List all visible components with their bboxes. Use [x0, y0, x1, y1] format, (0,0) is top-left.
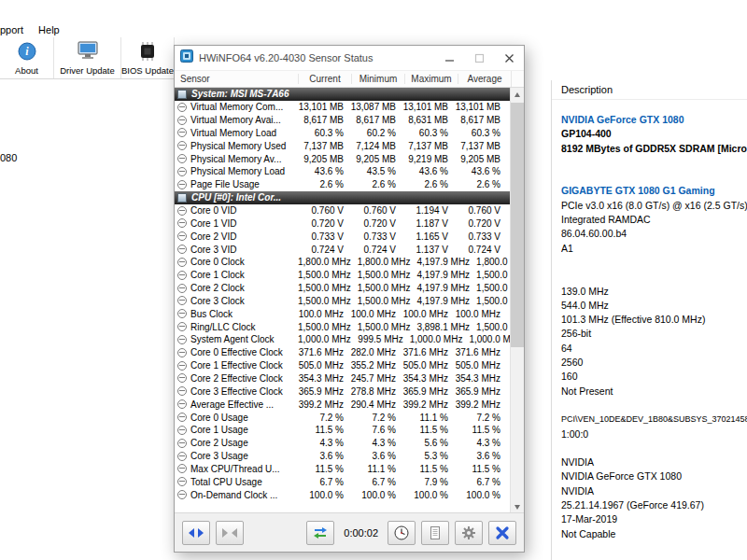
collapse-columns-button[interactable]	[216, 521, 244, 545]
info-icon: i	[17, 41, 37, 63]
column-sensor[interactable]: Sensor	[175, 74, 298, 84]
sensor-label: Core 1 Clock	[190, 270, 245, 280]
sensor-value: 1,800.0 MHz	[298, 257, 358, 267]
sensor-value: 1.187 V	[402, 218, 455, 229]
scrollbar-thumb[interactable]	[511, 103, 524, 347]
description-line: 25.21.14.1967 (GeForce 419.67)	[561, 498, 747, 512]
vertical-scrollbar[interactable]	[510, 88, 524, 514]
sensor-row[interactable]: Core 3 Effective Clock365.9 MHz278.8 MHz…	[175, 385, 524, 398]
sensor-row[interactable]: Core 1 Usage11.5 %7.6 %11.5 %11.5 %	[175, 424, 524, 437]
reset-clock-button[interactable]	[388, 521, 416, 545]
column-minimum[interactable]: Minimum	[351, 74, 404, 84]
sensor-value: 11.5 %	[402, 464, 455, 474]
sensor-row[interactable]: Core 0 Clock1,800.0 MHz1,800.0 MHz4,197.…	[175, 256, 524, 269]
monitor-icon	[77, 41, 99, 63]
sensor-value: 7,137 MB	[455, 141, 507, 151]
arrows-in-icon	[221, 527, 238, 539]
sensor-label: Core 0 Usage	[190, 413, 248, 423]
group-row[interactable]: CPU [#0]: Intel Cor...	[175, 191, 524, 204]
sensor-row[interactable]: Core 2 Clock1,500.0 MHz1,500.0 MHz4,197.…	[175, 282, 524, 295]
sensor-row[interactable]: Core 2 Usage4.3 %4.3 %5.6 %4.3 %	[175, 437, 524, 450]
sensor-window-toolbar: 0:00:02	[175, 512, 524, 552]
sensor-label: Core 0 VID	[190, 205, 236, 216]
background-truncated-text: 080	[0, 152, 17, 163]
sensor-value: 4.3 %	[298, 438, 350, 448]
table-column-header: Sensor Current Minimum Maximum Average	[175, 70, 524, 88]
menu-item-support[interactable]: pport	[0, 24, 23, 35]
gauge-icon	[177, 399, 187, 409]
sensor-value: 11.1 %	[350, 464, 402, 474]
sensor-row[interactable]: Virtual Memory Com...13,101 MB13,087 MB1…	[175, 101, 524, 114]
sensor-row[interactable]: Page File Usage2.6 %2.6 %2.6 %2.6 %	[175, 178, 524, 191]
gauge-icon	[177, 348, 187, 357]
gauge-icon	[177, 490, 187, 499]
sensor-value: 0.724 V	[455, 245, 507, 255]
sensor-row[interactable]: Core 2 Effective Clock354.3 MHz245.7 MHz…	[175, 372, 524, 385]
sensor-name-cell: Average Effective ...	[175, 399, 298, 410]
sensor-name-cell: Core 2 Usage	[175, 438, 298, 448]
clock-icon	[393, 525, 410, 541]
description-line: 544.0 MHz	[561, 299, 747, 313]
sensor-row[interactable]: Bus Clock100.0 MHz100.0 MHz100.0 MHz100.…	[175, 307, 524, 320]
sensor-row[interactable]: Virtual Memory Avai...8,617 MB8,617 MB8,…	[175, 114, 524, 127]
minimize-button[interactable]	[434, 46, 464, 70]
sensor-value: 9,205 MB	[298, 154, 350, 164]
sensor-row[interactable]: Core 1 VID0.720 V0.720 V1.187 V0.720 V	[175, 217, 524, 230]
about-button[interactable]: i About	[0, 37, 54, 78]
sensor-value: 278.8 MHz	[350, 386, 402, 397]
sensor-row[interactable]: Physical Memory Used7,137 MB7,124 MB7,13…	[175, 139, 524, 152]
sensor-row[interactable]: Core 3 Clock1,500.0 MHz1,500.0 MHz4,197.…	[175, 295, 524, 308]
gauge-icon	[177, 258, 187, 267]
gauge-icon	[177, 180, 187, 189]
bios-update-button[interactable]: BIOS Update	[121, 37, 175, 78]
sensor-row[interactable]: Ring/LLC Clock1,500.0 MHz1,500.0 MHz3,89…	[175, 320, 524, 333]
sensor-row[interactable]: Core 3 Usage3.6 %3.6 %5.3 %3.6 %	[175, 450, 524, 463]
hwinfo-app-icon	[180, 49, 193, 66]
sensor-row[interactable]: On-Demand Clock ...100.0 %100.0 %100.0 %…	[175, 488, 524, 501]
close-sensors-button[interactable]	[488, 521, 516, 545]
logging-button[interactable]	[421, 521, 449, 545]
sensor-row[interactable]: Core 1 Clock1,500.0 MHz1,500.0 MHz4,197.…	[175, 269, 524, 282]
description-line: 86.04.60.00.b4	[561, 227, 747, 241]
description-column-header[interactable]: Description	[552, 80, 747, 100]
refresh-sensors-button[interactable]	[306, 521, 334, 545]
app-toolbar: i About Driver Update BIOS Update	[0, 37, 175, 79]
sensor-row[interactable]: Core 2 VID0.733 V0.733 V1.165 V0.733 V	[175, 230, 524, 243]
sensor-value: 8,617 MB	[298, 115, 350, 125]
menu-item-help[interactable]: Help	[38, 24, 60, 35]
driver-update-button[interactable]: Driver Update	[54, 37, 121, 78]
sensor-row[interactable]: Core 0 VID0.760 V0.760 V1.194 V0.760 V	[175, 204, 524, 217]
sensor-value: 7,137 MB	[298, 141, 350, 151]
sensor-row[interactable]: Average Effective ...399.2 MHz290.4 MHz3…	[175, 398, 524, 411]
sensor-row[interactable]: Core 0 Effective Clock371.6 MHz282.0 MHz…	[175, 346, 524, 359]
column-average[interactable]: Average	[458, 74, 511, 84]
gauge-icon	[177, 439, 187, 448]
group-row[interactable]: System: MSI MS-7A66	[175, 88, 524, 101]
sensor-name-cell: Physical Memory Used	[175, 141, 298, 151]
sensor-value: 11.5 %	[298, 425, 350, 435]
scroll-up-button[interactable]	[511, 88, 524, 102]
sensor-row[interactable]: Physical Memory Load43.6 %43.5 %43.6 %43…	[175, 165, 524, 178]
column-current[interactable]: Current	[298, 74, 351, 84]
sensor-row[interactable]: Core 0 Usage7.2 %7.2 %11.1 %7.2 %	[175, 411, 524, 424]
close-button[interactable]	[494, 46, 524, 70]
description-line: 160	[561, 370, 747, 384]
maximize-button[interactable]	[464, 46, 494, 70]
sensor-row[interactable]: Core 3 VID0.724 V0.724 V1.137 V0.724 V	[175, 243, 524, 256]
sensor-label: Core 3 Usage	[190, 451, 248, 461]
sensor-row[interactable]: Max CPU/Thread U...11.5 %11.1 %11.5 %11.…	[175, 462, 524, 475]
sensor-table: System: MSI MS-7A66Virtual Memory Com...…	[175, 88, 524, 514]
sensor-row[interactable]: Virtual Memory Load60.3 %60.2 %60.3 %60.…	[175, 127, 524, 140]
gauge-icon	[177, 322, 187, 331]
sensor-row[interactable]: Core 1 Effective Clock505.0 MHz355.2 MHz…	[175, 359, 524, 372]
expand-columns-button[interactable]	[182, 521, 210, 545]
sensor-label: Bus Clock	[190, 309, 233, 319]
column-maximum[interactable]: Maximum	[404, 74, 458, 84]
sensor-row[interactable]: Physical Memory Av...9,205 MB9,205 MB9,2…	[175, 152, 524, 165]
window-titlebar[interactable]: HWiNFO64 v6.20-4030 Sensor Status	[175, 46, 524, 70]
sensor-row[interactable]: Total CPU Usage6.7 %6.7 %7.9 %6.7 %	[175, 475, 524, 488]
settings-button[interactable]	[455, 521, 483, 545]
sensor-row[interactable]: System Agent Clock1,000.0 MHz999.5 MHz1,…	[175, 333, 524, 346]
description-panel: Description NVIDIA GeForce GTX 1080GP104…	[551, 80, 747, 560]
sensor-value: 0.760 V	[455, 205, 507, 216]
